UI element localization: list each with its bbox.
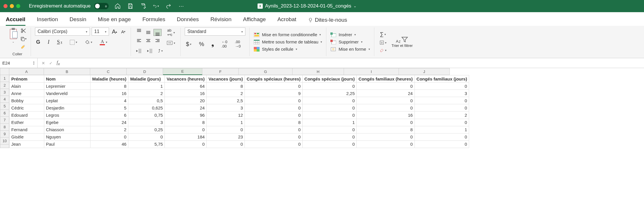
cell[interactable]: 8: [357, 126, 415, 133]
cell[interactable]: 23: [207, 133, 245, 140]
cell[interactable]: 0: [303, 104, 357, 112]
cell[interactable]: 1: [128, 83, 165, 90]
tab-layout[interactable]: Mise en page: [98, 15, 131, 26]
formula-input[interactable]: [64, 59, 644, 67]
cell[interactable]: Congés spéciaux (heures): [245, 75, 303, 83]
bold-button[interactable]: G: [35, 39, 41, 46]
name-box[interactable]: E24 ▲▼: [0, 58, 38, 68]
cell[interactable]: 0: [207, 126, 245, 133]
paste-button[interactable]: ⌄: [8, 28, 18, 43]
cell-styles-button[interactable]: Styles de cellule▾: [254, 47, 322, 52]
increase-font-button[interactable]: A▴: [111, 28, 118, 36]
column-header-G[interactable]: G: [239, 68, 293, 75]
cell[interactable]: 0: [245, 112, 303, 119]
cell[interactable]: 0: [303, 83, 357, 90]
cell[interactable]: Vacances (heures): [165, 75, 207, 83]
align-center-button[interactable]: [144, 37, 152, 44]
borders-button[interactable]: ▾: [69, 39, 78, 45]
row-header-2[interactable]: 2: [0, 82, 9, 89]
tell-me-search[interactable]: Dites-le-nous: [308, 15, 347, 26]
cell[interactable]: Nom: [44, 75, 90, 83]
cell[interactable]: Egebe: [44, 119, 90, 126]
cut-button[interactable]: [20, 28, 27, 34]
minimize-window-button[interactable]: [10, 4, 14, 8]
number-format-combo[interactable]: Standard▾: [185, 28, 245, 36]
cell[interactable]: 0: [414, 140, 469, 148]
column-header-E[interactable]: E: [163, 68, 202, 75]
row-header-5[interactable]: 5: [0, 103, 9, 110]
cell[interactable]: 0: [414, 83, 469, 90]
cell[interactable]: 24: [357, 90, 415, 97]
cell[interactable]: Anne: [10, 90, 44, 97]
confirm-formula-button[interactable]: ✓: [49, 61, 53, 65]
format-painter-button[interactable]: [20, 44, 27, 50]
cell[interactable]: 6: [90, 112, 128, 119]
align-bottom-button[interactable]: [153, 29, 162, 36]
cell[interactable]: 0: [245, 133, 303, 140]
decrease-font-button[interactable]: A▾: [120, 29, 127, 35]
align-left-button[interactable]: [135, 37, 143, 44]
cell[interactable]: 2,25: [303, 90, 357, 97]
cancel-formula-button[interactable]: ✕: [42, 61, 45, 65]
cell[interactable]: Alain: [10, 83, 44, 90]
cell[interactable]: 0: [357, 83, 415, 90]
cell[interactable]: 12: [207, 112, 245, 119]
insert-cells-button[interactable]: Insérer▾: [330, 32, 370, 37]
sort-filter-button[interactable]: AZ Trier et filtrer: [392, 36, 413, 48]
cell[interactable]: Maladie (jours): [128, 75, 165, 83]
cell[interactable]: 5,75: [128, 140, 165, 148]
row-header-9[interactable]: 9: [0, 131, 9, 138]
orientation-button[interactable]: ⤴▾: [157, 48, 164, 54]
select-all-corner[interactable]: [0, 68, 9, 75]
cell[interactable]: Lepremier: [44, 83, 90, 90]
cell[interactable]: 8: [165, 119, 207, 126]
cell[interactable]: 0: [165, 126, 207, 133]
cell[interactable]: 1: [207, 119, 245, 126]
undo-icon[interactable]: ▾: [153, 3, 159, 9]
cell[interactable]: Esther: [10, 119, 44, 126]
column-header-H[interactable]: H: [293, 68, 344, 75]
cell[interactable]: 0,5: [128, 97, 165, 104]
row-header-8[interactable]: 8: [0, 124, 9, 131]
column-header-D[interactable]: D: [127, 68, 163, 75]
cell[interactable]: 0: [90, 133, 128, 140]
italic-button[interactable]: I: [47, 39, 51, 46]
font-color-button[interactable]: A▾: [99, 39, 108, 46]
save-icon[interactable]: [127, 3, 134, 9]
comma-style-button[interactable]: ❟: [210, 40, 215, 48]
autosave-toggle[interactable]: o: [94, 3, 109, 9]
merge-button[interactable]: ▾: [166, 40, 176, 45]
tab-formulas[interactable]: Formules: [143, 15, 165, 26]
tab-data[interactable]: Données: [177, 15, 199, 26]
cell[interactable]: 16: [165, 90, 207, 97]
cell[interactable]: 0: [357, 119, 415, 126]
cell[interactable]: Chiasson: [44, 126, 90, 133]
cell[interactable]: 24: [90, 119, 128, 126]
cell[interactable]: 0,625: [128, 104, 165, 112]
column-header-A[interactable]: A: [9, 68, 44, 75]
fill-button[interactable]: ▾: [378, 40, 388, 45]
decrease-indent-button[interactable]: [135, 48, 143, 54]
cell[interactable]: 2: [207, 90, 245, 97]
sheet-cells[interactable]: PrénomNomMaladie (heures)Maladie (jours)…: [9, 75, 469, 148]
format-as-table-button[interactable]: Mettre sous forme de tableau▾: [254, 39, 322, 44]
column-header-C[interactable]: C: [90, 68, 127, 75]
cell[interactable]: Nguyen: [44, 133, 90, 140]
cell[interactable]: Legros: [44, 112, 90, 119]
decrease-decimal-button[interactable]: .00→0: [234, 39, 242, 49]
cell[interactable]: 0: [414, 133, 469, 140]
cell[interactable]: Fernand: [10, 126, 44, 133]
row-header-1[interactable]: 1: [0, 75, 9, 82]
cell[interactable]: 0: [128, 133, 165, 140]
name-box-stepper[interactable]: ▲▼: [33, 61, 35, 65]
tab-review[interactable]: Révision: [210, 15, 232, 26]
cell[interactable]: 0: [357, 97, 415, 104]
cell[interactable]: 0: [245, 83, 303, 90]
cell[interactable]: Leplat: [44, 97, 90, 104]
cell[interactable]: 8: [207, 83, 245, 90]
cell[interactable]: 3: [414, 90, 469, 97]
save-as-icon[interactable]: [140, 3, 146, 9]
cell[interactable]: 5: [90, 104, 128, 112]
align-top-button[interactable]: [135, 29, 143, 36]
format-cells-button[interactable]: Mise en forme▾: [330, 47, 370, 52]
